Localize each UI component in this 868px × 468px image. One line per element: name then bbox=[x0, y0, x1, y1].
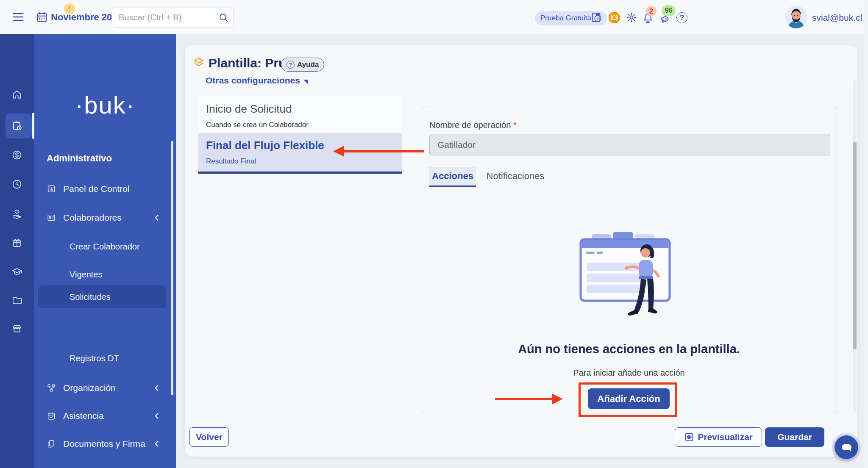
period-alert-badge: ! bbox=[64, 3, 75, 14]
sidebar-item-label: Registros DT bbox=[70, 354, 119, 363]
module-rail bbox=[0, 34, 34, 468]
other-configurations-link[interactable]: Otras configuraciones bbox=[206, 78, 308, 87]
operation-name-label-text: Nombre de operación bbox=[429, 120, 511, 130]
sidebar-scrollbar[interactable] bbox=[171, 141, 173, 395]
back-button[interactable]: Volver bbox=[189, 427, 229, 447]
requests-clipboard-icon[interactable] bbox=[11, 120, 22, 131]
payroll-coin-icon[interactable] bbox=[11, 150, 22, 161]
annotation-arrow-left-line bbox=[343, 150, 424, 152]
benefits-hand-heart-icon[interactable] bbox=[11, 209, 22, 220]
help-button-label: Ayuda bbox=[297, 61, 319, 69]
question-icon: ? bbox=[287, 61, 295, 69]
marketplace-storefront-icon[interactable] bbox=[11, 323, 22, 334]
sidebar-item-label: Vigentes bbox=[70, 270, 102, 280]
annotation-arrow-right-line bbox=[495, 398, 553, 400]
save-button-label: Guardar bbox=[777, 432, 812, 442]
search-box bbox=[111, 8, 234, 28]
settings-gear-icon[interactable] bbox=[626, 12, 637, 23]
sidebar-section-label: Administrativo bbox=[47, 153, 112, 164]
operation-name-label: Nombre de operación * bbox=[429, 120, 517, 130]
help-icon[interactable]: ? bbox=[676, 12, 687, 23]
operation-name-input[interactable] bbox=[437, 135, 820, 155]
template-layers-icon bbox=[193, 57, 205, 69]
page-scrollbar[interactable] bbox=[864, 0, 868, 468]
gift-icon[interactable] bbox=[11, 238, 22, 249]
training-graduation-cap-icon[interactable] bbox=[11, 266, 22, 277]
other-configurations-label: Otras configuraciones bbox=[206, 78, 300, 86]
sidebar-item-label: Organización bbox=[63, 383, 116, 393]
announcements-count-badge: 96 bbox=[662, 5, 676, 16]
sidebar: ·buk· Administrativo Panel de Control Co… bbox=[34, 34, 176, 468]
annotation-arrow-left-head bbox=[333, 146, 344, 157]
calendar-icon[interactable] bbox=[36, 11, 47, 23]
empty-state-illustration bbox=[576, 229, 678, 320]
hamburger-menu-icon[interactable] bbox=[13, 12, 24, 22]
back-button-label: Volver bbox=[196, 432, 223, 442]
sidebar-item-onboarding[interactable]: Onboarding bbox=[38, 462, 166, 468]
id-card-icon bbox=[47, 213, 56, 222]
community-icon[interactable] bbox=[609, 12, 620, 23]
sidebar-item-registros-dt[interactable]: Registros DT bbox=[38, 349, 198, 368]
annotation-arrow-right-head bbox=[552, 393, 563, 404]
flow-step-subtitle: Resultado Final bbox=[206, 157, 402, 166]
required-asterisk: * bbox=[513, 120, 517, 130]
sidebar-item-label: Crear Colaborador bbox=[70, 242, 140, 252]
chevron-left-icon bbox=[153, 413, 159, 419]
sidebar-item-label: Documentos y Firma bbox=[63, 439, 145, 449]
caret-icon bbox=[303, 80, 308, 84]
bookmark-icon[interactable] bbox=[591, 12, 601, 23]
time-clock-icon[interactable] bbox=[11, 179, 22, 190]
sidebar-item-solicitudes[interactable]: Solicitudes bbox=[38, 287, 198, 307]
add-action-label: Añadir Acción bbox=[597, 393, 660, 404]
chevron-left-icon bbox=[153, 440, 159, 447]
sidebar-item-label: Colaboradores bbox=[63, 213, 122, 223]
tab-label: Acciones bbox=[432, 171, 473, 182]
sidebar-item-label: Solicitudes bbox=[70, 292, 111, 302]
card-scrollbar-thumb[interactable] bbox=[853, 142, 857, 349]
dashboard-icon bbox=[47, 184, 56, 194]
chevron-left-icon bbox=[153, 385, 159, 391]
search-input[interactable] bbox=[118, 8, 217, 27]
sidebar-item-colaboradores[interactable]: Colaboradores bbox=[38, 208, 166, 227]
sidebar-item-label: Asistencia bbox=[63, 411, 104, 421]
buk-logo: ·buk· bbox=[34, 91, 176, 119]
tab-label: Notificaciones bbox=[487, 171, 545, 182]
chevron-left-icon bbox=[153, 214, 159, 221]
calendar-check-icon bbox=[47, 411, 56, 421]
sidebar-item-vigentes[interactable]: Vigentes bbox=[38, 265, 198, 284]
trial-badge-label: Prueba Gratuita bbox=[540, 14, 591, 22]
preview-button-label: Previsualizar bbox=[698, 432, 753, 442]
user-email[interactable]: svial@buk.cl bbox=[812, 13, 862, 23]
empty-state-subtitle: Para iniciar añade una acción bbox=[422, 368, 836, 378]
sidebar-item-documentos-y-firma[interactable]: Documentos y Firma bbox=[38, 434, 166, 454]
flow-step-inicio[interactable]: Inicio de Solicitud Cuando se crea un Co… bbox=[198, 97, 402, 133]
sidebar-item-label: Panel de Control bbox=[63, 184, 129, 194]
preview-button[interactable]: Previsualizar bbox=[675, 427, 762, 447]
tab-acciones[interactable]: Acciones bbox=[429, 167, 476, 187]
flow-step-final[interactable]: Final del Flujo Flexible Resultado Final bbox=[198, 133, 402, 174]
add-action-button[interactable]: Añadir Acción bbox=[588, 388, 670, 409]
chat-fab-button[interactable] bbox=[835, 435, 858, 459]
topbar: Noviembre 2025 ! Prueba Gratuita bbox=[0, 0, 868, 34]
org-chart-icon bbox=[47, 383, 56, 393]
avatar[interactable] bbox=[785, 6, 807, 28]
operation-name-field bbox=[429, 134, 830, 155]
tab-notificaciones[interactable]: Notificaciones bbox=[481, 167, 549, 186]
notifications-count-badge: 2 bbox=[646, 6, 657, 17]
files-folder-icon[interactable] bbox=[11, 295, 22, 306]
sidebar-item-panel-de-control[interactable]: Panel de Control bbox=[38, 179, 166, 199]
search-icon[interactable] bbox=[219, 13, 228, 22]
home-icon[interactable] bbox=[11, 89, 22, 100]
preview-eye-icon bbox=[684, 432, 694, 442]
save-button[interactable]: Guardar bbox=[765, 427, 824, 447]
flow-step-subtitle: Cuando se crea un Colaborador bbox=[206, 121, 402, 129]
sidebar-item-organizacion[interactable]: Organización bbox=[38, 378, 166, 398]
help-button[interactable]: ? Ayuda bbox=[281, 58, 324, 72]
documents-icon bbox=[47, 439, 56, 449]
chat-bubble-icon bbox=[835, 435, 858, 459]
sidebar-item-crear-colaborador[interactable]: Crear Colaborador bbox=[38, 237, 198, 256]
flow-step-title: Inicio de Solicitud bbox=[206, 102, 402, 116]
empty-state-title: Aún no tienes acciones en la plantilla. bbox=[422, 342, 836, 356]
sidebar-item-asistencia[interactable]: Asistencia bbox=[38, 406, 166, 426]
